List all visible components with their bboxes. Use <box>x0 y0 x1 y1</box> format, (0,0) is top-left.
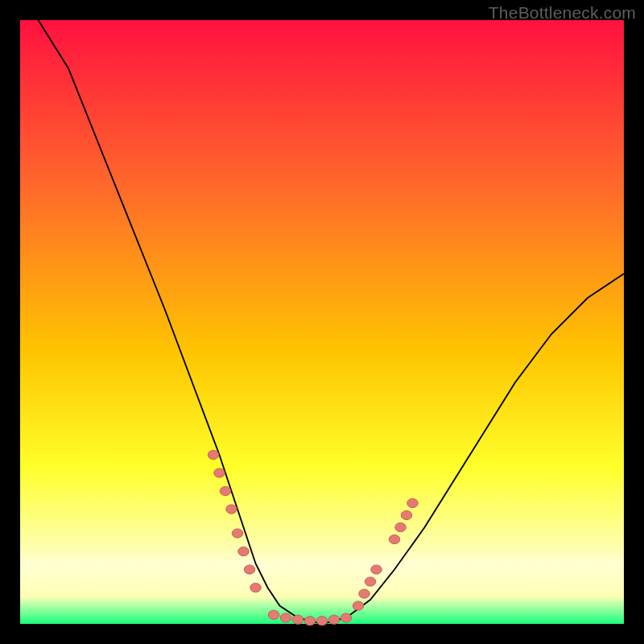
data-dot <box>226 505 237 514</box>
data-dot <box>359 589 369 598</box>
data-dot <box>401 510 412 519</box>
data-dot <box>316 617 327 625</box>
data-dot <box>250 583 261 592</box>
data-dot <box>292 615 303 624</box>
data-dot <box>371 565 382 574</box>
data-dot <box>220 486 230 495</box>
data-dot <box>341 613 351 622</box>
chart-svg <box>20 20 624 624</box>
data-dot <box>395 522 406 531</box>
data-dot <box>280 613 291 622</box>
data-dot <box>365 577 375 586</box>
data-dot <box>208 450 219 459</box>
data-dot <box>304 617 315 625</box>
data-dot <box>214 469 225 477</box>
data-dot <box>232 529 242 538</box>
bottleneck-curve <box>39 20 625 624</box>
chart-frame: TheBottleneck.com <box>0 0 644 644</box>
data-dot <box>328 615 339 624</box>
plot-area <box>20 20 624 624</box>
data-dots <box>208 450 418 625</box>
data-dot <box>407 498 419 507</box>
data-dot <box>244 565 254 574</box>
data-dot <box>238 547 249 555</box>
data-dot <box>268 610 279 619</box>
data-dot <box>353 601 363 610</box>
watermark-text: TheBottleneck.com <box>489 3 636 23</box>
data-dot <box>389 535 399 543</box>
